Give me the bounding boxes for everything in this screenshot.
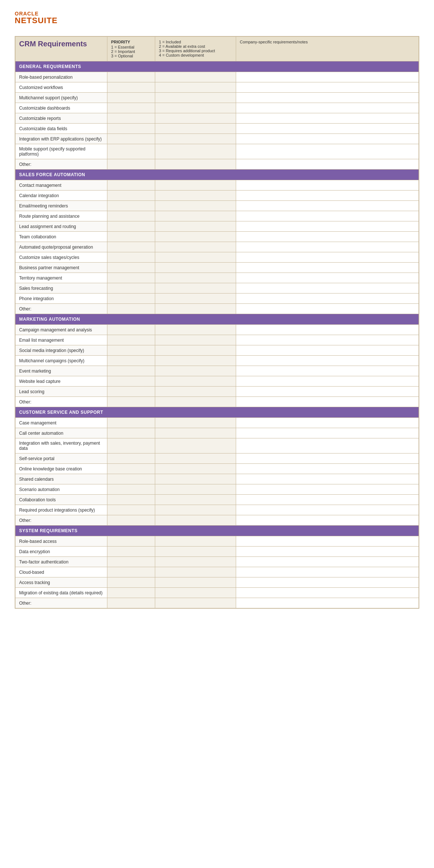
priority-cell[interactable] xyxy=(107,232,155,242)
notes-cell[interactable] xyxy=(236,438,419,453)
included-cell[interactable] xyxy=(155,294,236,304)
included-cell[interactable] xyxy=(155,232,236,242)
included-cell[interactable] xyxy=(155,263,236,273)
notes-cell[interactable] xyxy=(236,191,419,201)
included-cell[interactable] xyxy=(155,356,236,366)
priority-cell[interactable] xyxy=(107,242,155,252)
included-cell[interactable] xyxy=(155,387,236,397)
priority-cell[interactable] xyxy=(107,191,155,201)
included-cell[interactable] xyxy=(155,273,236,283)
notes-cell[interactable] xyxy=(236,547,419,557)
priority-cell[interactable] xyxy=(107,113,155,124)
notes-cell[interactable] xyxy=(236,418,419,428)
included-cell[interactable] xyxy=(155,474,236,484)
included-cell[interactable] xyxy=(155,325,236,335)
notes-cell[interactable] xyxy=(236,387,419,397)
notes-cell[interactable] xyxy=(236,144,419,159)
priority-cell[interactable] xyxy=(107,345,155,356)
included-cell[interactable] xyxy=(155,72,236,82)
notes-cell[interactable] xyxy=(236,242,419,252)
included-cell[interactable] xyxy=(155,191,236,201)
included-cell[interactable] xyxy=(155,201,236,211)
priority-cell[interactable] xyxy=(107,144,155,159)
priority-cell[interactable] xyxy=(107,82,155,93)
priority-cell[interactable] xyxy=(107,252,155,263)
notes-cell[interactable] xyxy=(236,124,419,134)
included-cell[interactable] xyxy=(155,252,236,263)
included-cell[interactable] xyxy=(155,484,236,495)
notes-cell[interactable] xyxy=(236,536,419,547)
included-cell[interactable] xyxy=(155,144,236,159)
included-cell[interactable] xyxy=(155,515,236,526)
included-cell[interactable] xyxy=(155,103,236,113)
notes-cell[interactable] xyxy=(236,252,419,263)
priority-cell[interactable] xyxy=(107,263,155,273)
included-cell[interactable] xyxy=(155,304,236,314)
included-cell[interactable] xyxy=(155,567,236,577)
notes-cell[interactable] xyxy=(236,273,419,283)
included-cell[interactable] xyxy=(155,335,236,345)
priority-cell[interactable] xyxy=(107,221,155,232)
priority-cell[interactable] xyxy=(107,418,155,428)
notes-cell[interactable] xyxy=(236,453,419,464)
notes-cell[interactable] xyxy=(236,335,419,345)
priority-cell[interactable] xyxy=(107,356,155,366)
notes-cell[interactable] xyxy=(236,283,419,294)
notes-cell[interactable] xyxy=(236,263,419,273)
priority-cell[interactable] xyxy=(107,505,155,515)
priority-cell[interactable] xyxy=(107,428,155,438)
included-cell[interactable] xyxy=(155,211,236,221)
notes-cell[interactable] xyxy=(236,93,419,103)
included-cell[interactable] xyxy=(155,159,236,170)
notes-cell[interactable] xyxy=(236,366,419,376)
priority-cell[interactable] xyxy=(107,547,155,557)
included-cell[interactable] xyxy=(155,577,236,588)
notes-cell[interactable] xyxy=(236,294,419,304)
included-cell[interactable] xyxy=(155,242,236,252)
notes-cell[interactable] xyxy=(236,103,419,113)
priority-cell[interactable] xyxy=(107,598,155,608)
priority-cell[interactable] xyxy=(107,474,155,484)
notes-cell[interactable] xyxy=(236,495,419,505)
priority-cell[interactable] xyxy=(107,124,155,134)
priority-cell[interactable] xyxy=(107,464,155,474)
included-cell[interactable] xyxy=(155,124,236,134)
included-cell[interactable] xyxy=(155,345,236,356)
priority-cell[interactable] xyxy=(107,134,155,144)
priority-cell[interactable] xyxy=(107,72,155,82)
notes-cell[interactable] xyxy=(236,82,419,93)
priority-cell[interactable] xyxy=(107,366,155,376)
priority-cell[interactable] xyxy=(107,294,155,304)
included-cell[interactable] xyxy=(155,598,236,608)
included-cell[interactable] xyxy=(155,376,236,387)
notes-cell[interactable] xyxy=(236,159,419,170)
priority-cell[interactable] xyxy=(107,211,155,221)
notes-cell[interactable] xyxy=(236,180,419,191)
notes-cell[interactable] xyxy=(236,211,419,221)
notes-cell[interactable] xyxy=(236,72,419,82)
priority-cell[interactable] xyxy=(107,325,155,335)
notes-cell[interactable] xyxy=(236,113,419,124)
included-cell[interactable] xyxy=(155,221,236,232)
notes-cell[interactable] xyxy=(236,567,419,577)
included-cell[interactable] xyxy=(155,536,236,547)
notes-cell[interactable] xyxy=(236,598,419,608)
priority-cell[interactable] xyxy=(107,588,155,598)
notes-cell[interactable] xyxy=(236,304,419,314)
priority-cell[interactable] xyxy=(107,387,155,397)
included-cell[interactable] xyxy=(155,588,236,598)
notes-cell[interactable] xyxy=(236,505,419,515)
notes-cell[interactable] xyxy=(236,464,419,474)
notes-cell[interactable] xyxy=(236,232,419,242)
priority-cell[interactable] xyxy=(107,495,155,505)
included-cell[interactable] xyxy=(155,397,236,407)
notes-cell[interactable] xyxy=(236,577,419,588)
notes-cell[interactable] xyxy=(236,557,419,567)
priority-cell[interactable] xyxy=(107,304,155,314)
priority-cell[interactable] xyxy=(107,438,155,453)
priority-cell[interactable] xyxy=(107,515,155,526)
priority-cell[interactable] xyxy=(107,577,155,588)
priority-cell[interactable] xyxy=(107,453,155,464)
priority-cell[interactable] xyxy=(107,335,155,345)
priority-cell[interactable] xyxy=(107,557,155,567)
